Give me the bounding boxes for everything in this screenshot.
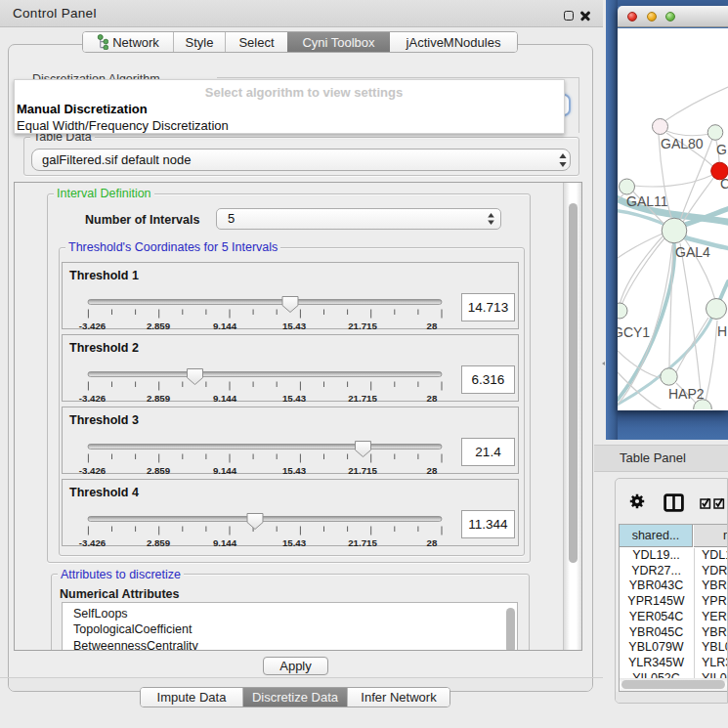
svg-text:15.43: 15.43 bbox=[282, 537, 307, 546]
svg-text:GAL4: GAL4 bbox=[675, 244, 710, 260]
svg-text:21.715: 21.715 bbox=[348, 321, 377, 329]
svg-text:H: H bbox=[717, 323, 727, 339]
svg-text:9.144: 9.144 bbox=[213, 321, 237, 329]
svg-text:15.43: 15.43 bbox=[282, 321, 307, 329]
svg-text:28: 28 bbox=[427, 393, 438, 402]
svg-text:21.715: 21.715 bbox=[348, 393, 377, 402]
svg-text:28: 28 bbox=[427, 321, 438, 329]
svg-text:15.43: 15.43 bbox=[282, 465, 307, 474]
svg-text:2.859: 2.859 bbox=[147, 465, 171, 474]
svg-text:21.715: 21.715 bbox=[348, 537, 377, 546]
svg-text:28: 28 bbox=[427, 537, 438, 546]
svg-text:2.859: 2.859 bbox=[147, 537, 171, 546]
svg-text:-3.426: -3.426 bbox=[79, 321, 107, 329]
svg-text:-3.426: -3.426 bbox=[79, 537, 107, 546]
svg-text:-3.426: -3.426 bbox=[79, 393, 107, 402]
svg-text:28: 28 bbox=[427, 465, 438, 474]
svg-text:21.715: 21.715 bbox=[348, 465, 377, 474]
svg-text:2.859: 2.859 bbox=[147, 321, 171, 329]
svg-text:HAP2: HAP2 bbox=[668, 386, 705, 402]
svg-text:G.: G. bbox=[716, 142, 728, 157]
svg-text:2.859: 2.859 bbox=[147, 393, 171, 402]
svg-text:-3.426: -3.426 bbox=[79, 465, 107, 474]
svg-text:9.144: 9.144 bbox=[213, 537, 237, 546]
svg-text:GCY1: GCY1 bbox=[618, 324, 650, 340]
svg-text:9.144: 9.144 bbox=[213, 465, 237, 474]
svg-text:GAL80: GAL80 bbox=[661, 136, 704, 151]
svg-text:9.144: 9.144 bbox=[213, 393, 237, 402]
svg-text:15.43: 15.43 bbox=[282, 393, 307, 402]
svg-text:C: C bbox=[720, 176, 728, 192]
svg-text:GAL11: GAL11 bbox=[626, 193, 668, 209]
